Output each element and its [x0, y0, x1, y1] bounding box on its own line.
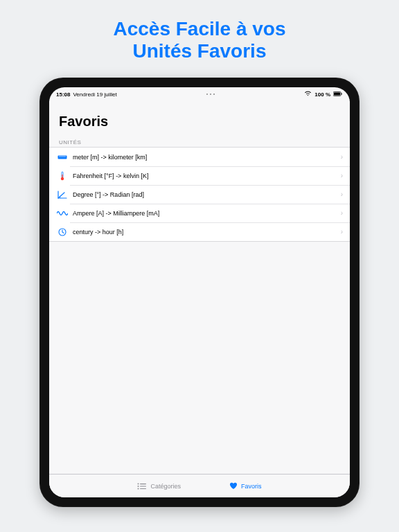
- wifi-icon: [305, 91, 312, 98]
- angle-icon: [56, 190, 69, 199]
- screen: 15:08 Vendredi 19 juillet 100 % Favoris …: [49, 87, 350, 497]
- chevron-right-icon: ›: [341, 228, 343, 236]
- svg-rect-11: [62, 175, 62, 178]
- svg-point-17: [138, 488, 139, 489]
- svg-rect-2: [342, 93, 342, 95]
- wave-icon: [56, 210, 69, 217]
- list-item[interactable]: Ampere [A] -> Milliampere [mA] ›: [49, 204, 350, 222]
- list-item[interactable]: century -> hour [h] ›: [49, 222, 350, 241]
- chevron-right-icon: ›: [341, 153, 343, 161]
- svg-point-13: [138, 483, 139, 484]
- multitask-dots: [206, 94, 215, 95]
- status-battery: 100 %: [314, 91, 330, 98]
- list-icon: [137, 483, 147, 490]
- tab-categories-label: Catégories: [150, 483, 181, 490]
- status-time: 15:08: [56, 91, 70, 98]
- tab-favoris[interactable]: Favoris: [229, 482, 262, 490]
- page-title: Favoris: [49, 101, 350, 136]
- svg-rect-14: [140, 484, 146, 484]
- promo-line-1: Accès Facile à vos: [113, 18, 285, 40]
- thermometer-icon: [56, 171, 69, 181]
- svg-rect-16: [140, 486, 146, 486]
- ruler-icon: [56, 154, 69, 160]
- favorites-list: meter [m] -> kilometer [km] › Fahrenheit…: [49, 147, 350, 242]
- chevron-right-icon: ›: [341, 190, 343, 198]
- battery-icon: [333, 91, 343, 98]
- tab-bar: Catégories Favoris: [49, 474, 350, 497]
- list-item[interactable]: Degree [°] -> Radian [rad] ›: [49, 185, 350, 204]
- list-item[interactable]: meter [m] -> kilometer [km] ›: [49, 148, 350, 166]
- status-date: Vendredi 19 juillet: [73, 91, 116, 98]
- clock-icon: [56, 228, 69, 236]
- svg-rect-1: [334, 92, 340, 95]
- tab-categories[interactable]: Catégories: [137, 483, 181, 490]
- list-item-label: meter [m] -> kilometer [km]: [73, 154, 341, 161]
- chevron-right-icon: ›: [341, 172, 343, 179]
- content-area: Favoris UNITÉS meter [m] -> kilometer [k…: [49, 101, 350, 474]
- list-item[interactable]: Fahrenheit [°F] -> kelvin [K] ›: [49, 166, 350, 185]
- svg-rect-18: [140, 488, 146, 489]
- promo-line-2: Unités Favoris: [113, 40, 285, 62]
- list-item-label: century -> hour [h]: [73, 229, 341, 236]
- tab-favoris-label: Favoris: [241, 483, 262, 490]
- svg-point-15: [138, 486, 139, 487]
- heart-icon: [229, 482, 238, 490]
- ipad-frame: 15:08 Vendredi 19 juillet 100 % Favoris …: [39, 78, 360, 507]
- list-item-label: Degree [°] -> Radian [rad]: [73, 191, 341, 198]
- status-bar: 15:08 Vendredi 19 juillet 100 %: [49, 87, 350, 101]
- list-item-label: Fahrenheit [°F] -> kelvin [K]: [73, 172, 341, 179]
- chevron-right-icon: ›: [341, 209, 343, 217]
- list-item-label: Ampere [A] -> Milliampere [mA]: [73, 210, 341, 217]
- section-header-units: UNITÉS: [49, 136, 350, 147]
- promo-heading: Accès Facile à vos Unités Favoris: [113, 18, 285, 62]
